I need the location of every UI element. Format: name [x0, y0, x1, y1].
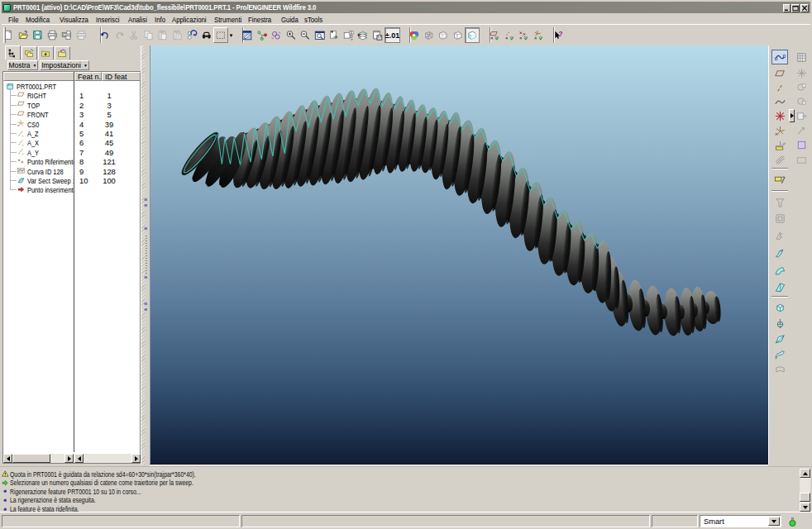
tree-label[interactable]: PRT0001.PRT	[17, 82, 56, 91]
menu-inserisci[interactable]: Inserisci	[96, 15, 120, 24]
sash-collapse-icon[interactable]: ««	[144, 302, 146, 312]
menu-strumenti[interactable]: Strumenti	[214, 15, 241, 24]
tree-row-punto-inserimento[interactable]: Punto inserimento	[3, 185, 74, 194]
r-revolve-axis-button[interactable]	[771, 316, 788, 331]
paste-button[interactable]	[155, 27, 170, 43]
sash-handle[interactable]	[146, 236, 147, 275]
tree-label[interactable]: Var Sect Sweep 1	[27, 176, 74, 185]
repaint-button[interactable]	[240, 27, 255, 43]
undo-button[interactable]	[98, 27, 112, 43]
r-chamfer-cyan-button[interactable]	[771, 279, 788, 294]
select-box-button[interactable]	[213, 27, 228, 43]
menu-guida[interactable]: Guida	[281, 15, 299, 24]
close-button[interactable]	[800, 4, 809, 12]
sash-expand-icon[interactable]: »	[144, 275, 146, 281]
settings-button[interactable]: Impostazioni▼	[40, 60, 89, 70]
zoom-out-button[interactable]	[298, 27, 313, 43]
scroll-left-button[interactable]	[3, 454, 12, 463]
r-csys-button[interactable]	[771, 123, 788, 138]
tree-column-divider[interactable]	[74, 72, 74, 452]
message-scrollbar[interactable]	[800, 469, 810, 512]
tree-row-top[interactable]: TOP	[3, 100, 74, 109]
menu-finestra[interactable]: Finestra	[248, 15, 271, 24]
menu-applicazioni[interactable]: Applicazioni	[172, 15, 207, 24]
o-star-button[interactable]	[793, 65, 810, 80]
tree-row-prt0001-prt[interactable]: PRT0001.PRT	[3, 82, 74, 91]
saved-views-button[interactable]	[342, 27, 356, 43]
print-gray-button[interactable]	[74, 27, 89, 43]
navigator-sash[interactable]: «« » » ««	[141, 45, 150, 465]
tree-label[interactable]: A_Y	[27, 148, 39, 157]
reorient-button[interactable]	[327, 27, 342, 43]
r-hole-button[interactable]	[771, 195, 788, 210]
context-help-button[interactable]: ?	[551, 27, 566, 43]
tree-label[interactable]: FRONT	[27, 110, 49, 119]
cut-button[interactable]	[127, 27, 141, 43]
r-swept-blend-button[interactable]	[771, 347, 788, 362]
tree-label[interactable]: TOP	[27, 101, 40, 110]
print-plotter-button[interactable]	[60, 27, 74, 43]
scroll-left-button[interactable]	[74, 454, 84, 463]
tree-label[interactable]: Punto inserimento	[27, 185, 74, 194]
column-header-id-feat[interactable]: ID feat	[102, 72, 141, 81]
zoom-in-button[interactable]	[284, 27, 299, 43]
select-box-dropdown[interactable]: ▼	[229, 33, 234, 38]
scroll-thumb[interactable]	[800, 493, 810, 502]
column-header-feat-n[interactable]: Feat n.	[74, 72, 102, 81]
r-var-sweep-button[interactable]	[771, 331, 788, 346]
no-hidden-button[interactable]	[451, 27, 466, 43]
r-analysis-button[interactable]	[771, 152, 788, 167]
spin-center-button[interactable]	[255, 27, 270, 43]
filter-status-icon[interactable]	[788, 516, 797, 529]
new-button[interactable]	[2, 27, 17, 43]
r-sweep-cyan-button[interactable]	[771, 245, 788, 260]
r-datum-point-button[interactable]	[771, 108, 788, 123]
tree-label[interactable]: A_X	[27, 138, 39, 147]
combo-dropdown-button[interactable]	[768, 517, 780, 526]
tree-row-a-x[interactable]: A_X	[3, 138, 74, 147]
r-datum-curve-button[interactable]	[771, 50, 788, 64]
o-box-arrow-button[interactable]	[793, 108, 810, 123]
tree-label[interactable]: RIGHT	[27, 91, 46, 100]
scroll-up-button[interactable]	[800, 469, 810, 478]
tree-row-var-sect-sweep-1[interactable]: Var Sect Sweep 1	[3, 176, 74, 185]
datum-csys-toggle-button[interactable]	[531, 27, 546, 43]
menu-info[interactable]: Info	[155, 15, 165, 24]
paste-special-button[interactable]	[170, 27, 185, 43]
tree-row-a-z[interactable]: A_Z	[3, 129, 74, 138]
shaded-button[interactable]	[465, 27, 480, 43]
r-boundary-blend-button[interactable]	[771, 361, 788, 376]
hidden-line-button[interactable]	[436, 27, 451, 43]
scroll-right-button[interactable]	[131, 454, 141, 463]
menu-visualizza[interactable]: Visualizza	[60, 15, 88, 24]
menu-analisi[interactable]: Analisi	[128, 15, 147, 24]
sash-expand-icon[interactable]: »	[144, 226, 146, 232]
tree-label[interactable]: CS0	[27, 120, 39, 129]
tab-folder-browser[interactable]	[21, 46, 37, 60]
tree-row-cs0[interactable]: CS0	[3, 119, 74, 128]
scroll-down-button[interactable]	[800, 503, 810, 512]
r-revolve-gray-button[interactable]	[771, 228, 788, 243]
menu-modifica[interactable]: Modifica	[26, 15, 50, 24]
tree-hscrollbar[interactable]	[3, 454, 74, 463]
columns-hscrollbar[interactable]	[74, 454, 141, 463]
copy-button[interactable]	[141, 27, 156, 43]
o-rect-button[interactable]	[793, 152, 810, 167]
open-button[interactable]	[17, 27, 31, 43]
menu-file[interactable]: File	[8, 15, 19, 24]
layers-button[interactable]	[356, 27, 370, 43]
r-extrude-cyan-button[interactable]	[771, 300, 788, 315]
sash-collapse-icon[interactable]: ««	[144, 198, 146, 208]
tab-favorites[interactable]	[38, 46, 54, 60]
r-datum-axis-button[interactable]	[771, 80, 788, 95]
o-circle-box2-button[interactable]	[793, 93, 810, 108]
tree-row-a-y[interactable]: A_Y	[3, 147, 74, 156]
show-button[interactable]: Mostra▼	[7, 60, 38, 70]
orient-mode-button[interactable]	[269, 27, 284, 43]
o-circle-box1-button[interactable]	[793, 79, 810, 94]
datum-axes-toggle-button[interactable]	[502, 27, 517, 43]
r-note-flag-button[interactable]	[771, 172, 788, 187]
tree-row-curva-id-128[interactable]: Curva ID 128	[3, 166, 74, 175]
r-curve-button[interactable]	[771, 94, 788, 109]
o-grid-button[interactable]	[793, 50, 810, 64]
